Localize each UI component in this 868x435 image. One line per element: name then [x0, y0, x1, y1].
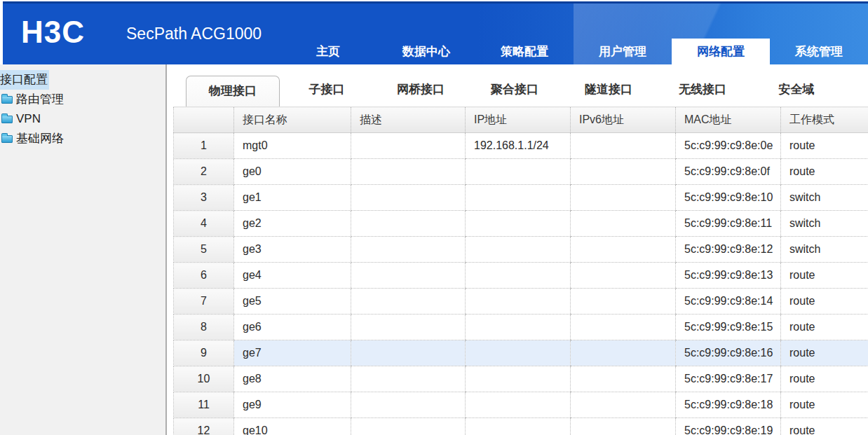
cell-name: ge8: [234, 366, 351, 392]
cell-mac: 5c:c9:99:c9:8e:10: [676, 185, 781, 211]
cell-row-number: 8: [174, 315, 234, 340]
cell-desc: [351, 392, 466, 418]
cell-ipv6: [571, 340, 676, 366]
cell-row-number: 7: [174, 289, 234, 315]
page: H3C SecPath ACG1000 主页数据中心策略配置用户管理网络配置系统…: [0, 0, 868, 435]
sidebar: 接口配置路由管理VPN基础网络: [0, 64, 165, 435]
tab-tunnel-interface[interactable]: 隧道接口: [562, 76, 656, 106]
cell-name: ge3: [234, 237, 351, 263]
cell-desc: [351, 263, 466, 289]
cell-mac: 5c:c9:99:c9:8e:0e: [676, 133, 781, 159]
cell-desc: [351, 211, 466, 237]
cell-ipv6: [571, 211, 676, 237]
nav-tab-policy-config[interactable]: 策略配置: [475, 39, 574, 64]
cell-ipv6: [571, 289, 676, 315]
cell-mac: 5c:c9:99:c9:8e:14: [676, 289, 781, 315]
sidebar-item-vpn[interactable]: VPN: [0, 109, 165, 129]
nav-tab-network-config[interactable]: 网络配置: [672, 39, 770, 64]
table-row-ge7[interactable]: 9ge75c:c9:99:c9:8e:16route: [174, 340, 868, 366]
nav-tab-home[interactable]: 主页: [279, 39, 377, 64]
tab-physical-interface[interactable]: 物理接口: [186, 76, 280, 106]
table-row-ge1[interactable]: 3ge15c:c9:99:c9:8e:10switch: [174, 185, 868, 211]
cell-mode: switch: [781, 211, 868, 237]
cell-ipv6: [571, 159, 676, 185]
tab-aggregate-interface[interactable]: 聚合接口: [468, 76, 562, 106]
cell-ipv6: [571, 366, 676, 392]
cell-mac: 5c:c9:99:c9:8e:0f: [676, 159, 781, 185]
cell-name: ge1: [234, 185, 351, 211]
cell-desc: [351, 159, 466, 185]
cell-name: mgt0: [234, 133, 351, 159]
cell-row-number: 12: [174, 418, 234, 435]
cell-mode: switch: [781, 185, 868, 211]
nav-tab-system-management[interactable]: 系统管理: [770, 39, 868, 64]
interface-table-header: 接口名称描述IP地址IPv6地址MAC地址工作模式: [174, 107, 868, 133]
interface-type-tabs: 物理接口子接口网桥接口聚合接口隧道接口无线接口安全域: [167, 73, 868, 106]
cell-desc: [351, 366, 466, 392]
cell-row-number: 9: [174, 340, 234, 366]
column-header-2: 描述: [351, 107, 466, 133]
main-content: 物理接口子接口网桥接口聚合接口隧道接口无线接口安全域 接口名称描述IP地址IPv…: [167, 64, 868, 435]
cell-ip: [466, 418, 571, 435]
body-wrap: 接口配置路由管理VPN基础网络 物理接口子接口网桥接口聚合接口隧道接口无线接口安…: [0, 64, 868, 435]
table-row-ge5[interactable]: 7ge55c:c9:99:c9:8e:14route: [174, 289, 868, 315]
cell-ipv6: [571, 418, 676, 435]
table-row-ge3[interactable]: 5ge35c:c9:99:c9:8e:12switch: [174, 237, 868, 263]
cell-desc: [351, 289, 466, 315]
sidebar-item-label: 接口配置: [0, 70, 49, 90]
cell-mode: route: [781, 315, 868, 340]
folder-icon: [1, 116, 13, 123]
cell-row-number: 6: [174, 263, 234, 289]
column-header-3: IP地址: [466, 107, 571, 133]
cell-mac: 5c:c9:99:c9:8e:17: [676, 366, 781, 392]
cell-desc: [351, 133, 466, 159]
cell-row-number: 1: [174, 133, 234, 159]
cell-name: ge0: [234, 159, 351, 185]
table-row-ge8[interactable]: 10ge85c:c9:99:c9:8e:17route: [174, 366, 868, 392]
cell-row-number: 4: [174, 211, 234, 237]
interface-table-body: 1mgt0192.168.1.1/245c:c9:99:c9:8e:0erout…: [174, 133, 868, 435]
sidebar-item-label: 基础网络: [16, 129, 64, 149]
table-row-ge10[interactable]: 12ge105c:c9:99:c9:8e:19route: [174, 418, 868, 435]
table-row-ge6[interactable]: 8ge65c:c9:99:c9:8e:15route: [174, 315, 868, 340]
table-row-ge9[interactable]: 11ge95c:c9:99:c9:8e:18route: [174, 392, 868, 418]
sidebar-item-basic-network[interactable]: 基础网络: [0, 129, 165, 149]
nav-tab-data-center[interactable]: 数据中心: [377, 39, 475, 64]
sidebar-item-interface-config[interactable]: 接口配置: [0, 70, 165, 90]
cell-mode: route: [781, 159, 868, 185]
tab-bridge-interface[interactable]: 网桥接口: [374, 76, 468, 106]
cell-mode: route: [781, 418, 868, 435]
table-row-ge2[interactable]: 4ge25c:c9:99:c9:8e:11switch: [174, 211, 868, 237]
sidebar-item-label: VPN: [16, 109, 41, 129]
cell-ip: [466, 340, 571, 366]
tab-wireless-interface[interactable]: 无线接口: [656, 76, 750, 106]
column-header-4: IPv6地址: [571, 107, 676, 133]
cell-ip: [466, 237, 571, 263]
cell-desc: [351, 237, 466, 263]
cell-ip: [466, 185, 571, 211]
cell-mode: route: [781, 289, 868, 315]
sidebar-item-label: 路由管理: [16, 90, 64, 109]
folder-icon: [1, 135, 13, 143]
cell-desc: [351, 418, 466, 435]
cell-ipv6: [571, 263, 676, 289]
cell-ip: 192.168.1.1/24: [466, 133, 571, 159]
cell-mode: route: [781, 366, 868, 392]
column-header-0: [174, 107, 234, 133]
cell-name: ge9: [234, 392, 351, 418]
cell-row-number: 10: [174, 366, 234, 392]
tab-sub-interface[interactable]: 子接口: [280, 76, 374, 106]
table-row-ge0[interactable]: 2ge05c:c9:99:c9:8e:0froute: [174, 159, 868, 185]
folder-icon: [1, 96, 13, 104]
cell-mac: 5c:c9:99:c9:8e:11: [676, 211, 781, 237]
table-row-mgt0[interactable]: 1mgt0192.168.1.1/245c:c9:99:c9:8e:0erout…: [174, 133, 868, 159]
cell-ip: [466, 392, 571, 418]
cell-mac: 5c:c9:99:c9:8e:19: [676, 418, 781, 435]
cell-desc: [351, 340, 466, 366]
sidebar-item-route-management[interactable]: 路由管理: [0, 90, 165, 109]
cell-mode: route: [781, 263, 868, 289]
table-row-ge4[interactable]: 6ge45c:c9:99:c9:8e:13route: [174, 263, 868, 289]
nav-tab-user-management[interactable]: 用户管理: [574, 39, 672, 64]
tab-security-zone[interactable]: 安全域: [750, 76, 843, 106]
cell-name: ge10: [234, 418, 351, 435]
